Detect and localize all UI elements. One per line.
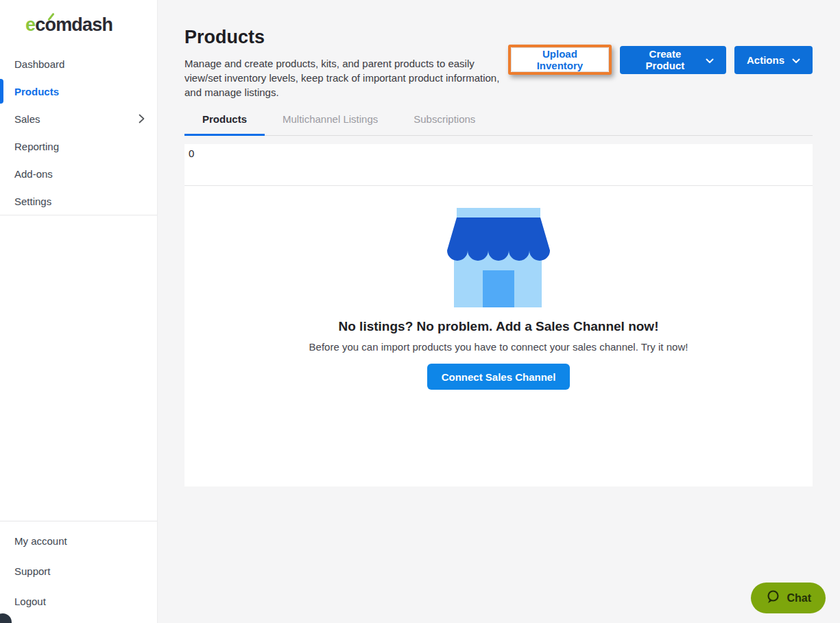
sidebar-item-dashboard[interactable]: Dashboard xyxy=(0,50,157,78)
store-icon xyxy=(447,208,550,307)
chevron-down-icon xyxy=(792,54,800,66)
sidebar-footer: My account Support Logout xyxy=(0,521,157,623)
actions-button[interactable]: Actions xyxy=(734,46,813,74)
sidebar-item-support[interactable]: Support xyxy=(0,556,157,586)
results-count-bar: 0 xyxy=(184,144,813,186)
tab-subscriptions[interactable]: Subscriptions xyxy=(396,108,493,136)
page-title: Products xyxy=(184,27,508,48)
tab-bar: Products Multichannel Listings Subscript… xyxy=(184,108,813,136)
logo-rest: mdash xyxy=(56,14,112,35)
chat-button[interactable]: Chat xyxy=(751,583,826,613)
page-header-text: Products Manage and create products, kit… xyxy=(184,25,508,99)
page-header: Products Manage and create products, kit… xyxy=(184,25,813,99)
chevron-down-icon xyxy=(706,54,714,66)
create-product-button[interactable]: Create Product xyxy=(620,46,726,74)
chat-bubble-icon xyxy=(765,589,780,607)
main-content: Products Manage and create products, kit… xyxy=(158,0,840,623)
header-actions: Upload Inventory Create Product Actions xyxy=(508,45,813,75)
empty-state: No listings? No problem. Add a Sales Cha… xyxy=(184,186,813,390)
sidebar-item-logout[interactable]: Logout xyxy=(0,586,157,616)
page-description: Manage and create products, kits, and pa… xyxy=(184,56,508,99)
sidebar-item-products[interactable]: Products xyxy=(0,78,157,105)
logo-gauge-o: o xyxy=(45,14,56,36)
upload-inventory-highlight-box: Upload Inventory xyxy=(508,45,612,75)
results-count: 0 xyxy=(189,148,194,159)
sidebar-item-sales[interactable]: Sales xyxy=(0,105,157,132)
ecomdash-logo: ecomdash xyxy=(0,0,157,36)
upload-inventory-button[interactable]: Upload Inventory xyxy=(511,47,609,72)
empty-state-heading: No listings? No problem. Add a Sales Cha… xyxy=(184,319,813,334)
logo-letter-e: e xyxy=(25,14,35,35)
connect-sales-channel-button[interactable]: Connect Sales Channel xyxy=(427,364,571,390)
logo-letter-c: c xyxy=(35,14,45,35)
tab-multichannel-listings[interactable]: Multichannel Listings xyxy=(265,108,396,136)
sidebar-nav: Dashboard Products Sales Reporting Add-o… xyxy=(0,50,157,215)
sidebar-item-settings[interactable]: Settings xyxy=(0,187,157,215)
products-panel: 0 No listings? No problem. Add a Sales C… xyxy=(184,144,813,486)
empty-state-subtext: Before you can import products you have … xyxy=(184,341,813,353)
tab-products[interactable]: Products xyxy=(184,108,265,136)
sidebar-item-add-ons[interactable]: Add-ons xyxy=(0,160,157,187)
sidebar-divider xyxy=(0,215,157,215)
chevron-right-icon xyxy=(139,114,145,124)
sidebar-item-reporting[interactable]: Reporting xyxy=(0,132,157,160)
sidebar: ecomdash Dashboard Products Sales Report… xyxy=(0,0,158,623)
sidebar-item-my-account[interactable]: My account xyxy=(0,526,157,556)
